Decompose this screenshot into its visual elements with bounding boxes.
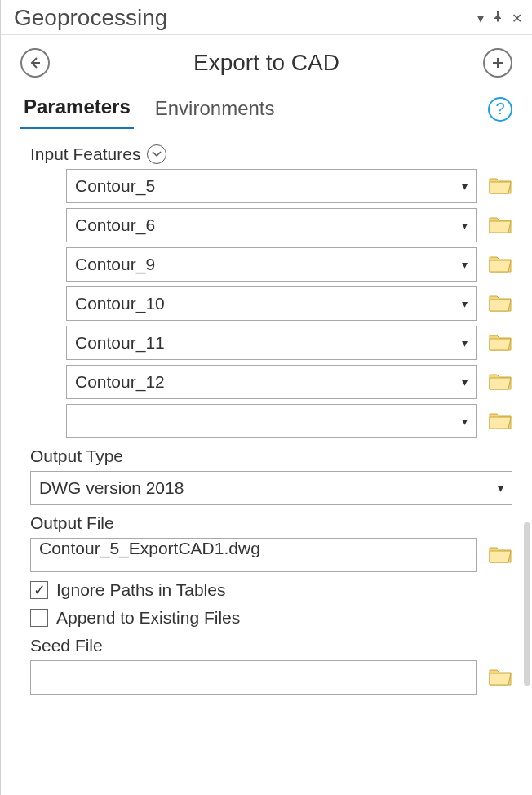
input-feature-dropdown[interactable]: Contour_9▾ bbox=[66, 247, 477, 282]
caret-down-icon: ▾ bbox=[462, 180, 468, 193]
parameters-form: Input Features Contour_5▾Contour_6▾Conto… bbox=[1, 130, 532, 795]
browse-feature-button[interactable] bbox=[488, 252, 516, 277]
chevron-down-icon[interactable] bbox=[147, 144, 166, 164]
input-feature-row: Contour_9▾ bbox=[30, 247, 516, 282]
input-feature-row: Contour_11▾ bbox=[30, 326, 516, 360]
tabs: Parameters Environments ? bbox=[1, 86, 532, 130]
output-type-section: Output Type DWG version 2018 ▾ bbox=[30, 446, 516, 505]
output-file-section: Output File Contour_5_ExportCAD1.dwg bbox=[30, 513, 516, 572]
ignore-paths-row: Ignore Paths in Tables bbox=[30, 580, 516, 600]
input-feature-value: Contour_10 bbox=[75, 294, 165, 313]
input-feature-dropdown[interactable]: Contour_10▾ bbox=[66, 286, 477, 321]
pane-header: Geoprocessing ▾ ✕ bbox=[1, 0, 532, 35]
input-feature-row: Contour_5▾ bbox=[30, 169, 516, 203]
caret-down-icon: ▾ bbox=[498, 482, 503, 495]
caret-down-icon: ▾ bbox=[462, 336, 468, 349]
browse-output-file-button[interactable] bbox=[488, 543, 516, 567]
seed-file-section: Seed File bbox=[30, 636, 516, 695]
input-feature-dropdown[interactable]: ▾ bbox=[66, 404, 477, 438]
browse-feature-button[interactable] bbox=[488, 370, 516, 394]
input-feature-value: Contour_9 bbox=[75, 255, 155, 274]
input-features-list: Contour_5▾Contour_6▾Contour_9▾Contour_10… bbox=[30, 169, 516, 438]
caret-down-icon: ▾ bbox=[462, 415, 468, 428]
tab-environments[interactable]: Environments bbox=[152, 91, 278, 128]
output-type-dropdown[interactable]: DWG version 2018 ▾ bbox=[30, 471, 512, 505]
input-feature-row: Contour_6▾ bbox=[30, 208, 516, 242]
seed-file-label: Seed File bbox=[30, 636, 103, 655]
output-file-input[interactable]: Contour_5_ExportCAD1.dwg bbox=[30, 538, 477, 572]
input-feature-value: Contour_11 bbox=[75, 333, 165, 353]
input-feature-value: Contour_6 bbox=[75, 215, 155, 235]
caret-down-icon: ▾ bbox=[462, 375, 468, 389]
output-file-label: Output File bbox=[30, 513, 114, 533]
menu-dropdown-icon[interactable]: ▾ bbox=[477, 11, 484, 26]
browse-seed-file-button[interactable] bbox=[488, 665, 516, 690]
pin-icon[interactable] bbox=[492, 11, 503, 25]
pane-title: Geoprocessing bbox=[14, 5, 167, 31]
add-button[interactable] bbox=[483, 48, 512, 78]
input-features-label: Input Features bbox=[30, 144, 140, 164]
browse-feature-button[interactable] bbox=[488, 409, 516, 433]
tool-title: Export to CAD bbox=[50, 50, 483, 76]
close-icon[interactable]: ✕ bbox=[512, 11, 522, 26]
browse-feature-button[interactable] bbox=[488, 213, 516, 238]
geoprocessing-pane: Geoprocessing ▾ ✕ Export to CAD Paramete… bbox=[0, 0, 532, 795]
browse-feature-button[interactable] bbox=[488, 174, 516, 198]
ignore-paths-checkbox[interactable] bbox=[30, 581, 48, 599]
caret-down-icon: ▾ bbox=[462, 297, 468, 310]
input-feature-row: Contour_10▾ bbox=[30, 286, 516, 321]
scrollbar-handle[interactable] bbox=[524, 522, 530, 686]
seed-file-input[interactable] bbox=[30, 660, 477, 695]
input-feature-dropdown[interactable]: Contour_11▾ bbox=[66, 326, 477, 360]
caret-down-icon: ▾ bbox=[462, 219, 468, 232]
append-existing-row: Append to Existing Files bbox=[30, 608, 516, 628]
help-button[interactable]: ? bbox=[488, 97, 512, 122]
input-feature-value: Contour_5 bbox=[75, 176, 155, 196]
input-feature-dropdown[interactable]: Contour_12▾ bbox=[66, 365, 477, 399]
input-feature-dropdown[interactable]: Contour_5▾ bbox=[66, 169, 477, 203]
caret-down-icon: ▾ bbox=[462, 258, 468, 271]
input-feature-row: ▾ bbox=[30, 404, 516, 438]
output-type-value: DWG version 2018 bbox=[39, 478, 184, 498]
append-existing-label: Append to Existing Files bbox=[56, 608, 240, 628]
input-feature-row: Contour_12▾ bbox=[30, 365, 516, 399]
input-feature-dropdown[interactable]: Contour_6▾ bbox=[66, 208, 477, 242]
input-feature-value: Contour_12 bbox=[75, 372, 165, 392]
output-type-label: Output Type bbox=[30, 446, 123, 466]
tool-header: Export to CAD bbox=[1, 35, 532, 86]
browse-feature-button[interactable] bbox=[488, 291, 516, 316]
pane-controls: ▾ ✕ bbox=[477, 11, 522, 26]
input-features-label-row: Input Features bbox=[30, 144, 516, 164]
browse-feature-button[interactable] bbox=[488, 331, 516, 355]
ignore-paths-label: Ignore Paths in Tables bbox=[56, 580, 225, 600]
append-existing-checkbox[interactable] bbox=[30, 609, 48, 627]
back-button[interactable] bbox=[20, 48, 50, 78]
tab-parameters[interactable]: Parameters bbox=[20, 89, 134, 129]
